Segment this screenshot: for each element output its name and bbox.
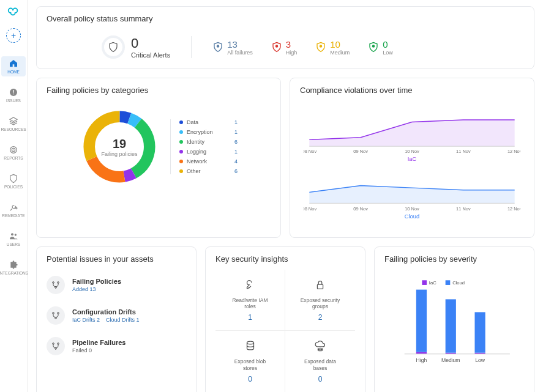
nav-remediate[interactable]: REMEDIATE	[1, 200, 26, 220]
legend-dot-icon	[179, 140, 183, 144]
svg-text:10 Nov: 10 Nov	[405, 149, 419, 154]
legend-value: 1	[234, 119, 238, 125]
stat-count: 13	[227, 39, 253, 50]
legend-other[interactable]: Other6	[179, 168, 238, 174]
svg-point-43	[318, 349, 322, 350]
shield-icon	[102, 35, 125, 59]
nav-home[interactable]: HOME	[1, 56, 26, 76]
legend-logging[interactable]: Logging1	[179, 149, 238, 155]
legend-data[interactable]: Data1	[179, 119, 238, 125]
severity-title: Failing policies by severity	[384, 254, 524, 264]
stat-count: 3	[286, 39, 298, 50]
compliance-card: Compliance violations over time 08 Nov09…	[290, 78, 534, 238]
legend-label: Logging	[187, 149, 234, 155]
issue-configuration-drifts[interactable]: Configuration DriftsIaC Drifts 2 Cloud D…	[47, 300, 186, 331]
issue-title: Pipeline Failures	[72, 339, 125, 346]
svg-point-5	[13, 149, 13, 150]
svg-text:IaC: IaC	[429, 280, 436, 286]
svg-text:11 Nov: 11 Nov	[456, 149, 471, 154]
shield-badge-icon	[271, 42, 282, 53]
nav-users[interactable]: USERS	[1, 229, 26, 249]
nav-resources[interactable]: RESOURCES	[1, 114, 26, 134]
svg-rect-41	[317, 284, 323, 289]
legend-identity[interactable]: Identity6	[179, 139, 238, 145]
stat-medium: 10Medium	[315, 39, 350, 56]
svg-point-38	[53, 343, 54, 345]
add-button[interactable]: +	[6, 28, 21, 43]
stat-all-failures: 13All failures	[212, 39, 253, 56]
insight-key[interactable]: Read/write IAMroles1	[215, 270, 285, 331]
nav-label: USERS	[7, 242, 20, 246]
target-icon	[9, 145, 18, 155]
svg-point-10	[320, 45, 323, 48]
shield-badge-icon	[315, 42, 326, 53]
legend-dot-icon	[179, 150, 183, 153]
svg-point-32	[53, 282, 54, 284]
nav-label: REMEDIATE	[2, 213, 24, 218]
svg-rect-2	[13, 94, 13, 94]
insight-label: Exposed databases	[304, 358, 336, 371]
summary-title: Overall policy status summary	[47, 14, 524, 23]
insight-label: Exposed securitygroups	[301, 297, 340, 309]
insight-value: 1	[248, 313, 252, 322]
insight-cloud-db[interactable]: Exposed databases0	[285, 331, 355, 392]
shield-badge-icon	[212, 42, 223, 53]
svg-point-8	[217, 45, 220, 48]
logo[interactable]	[7, 5, 20, 18]
nav-issues[interactable]: ISSUES	[1, 85, 26, 105]
stat-count: 10	[330, 39, 350, 50]
insight-db[interactable]: Exposed blobstores0	[215, 331, 285, 392]
puzzle-icon	[9, 260, 18, 270]
nav-label: HOME	[7, 70, 20, 74]
svg-point-35	[53, 312, 54, 314]
issue-title: Failing Policies	[72, 278, 121, 285]
legend-value: 4	[234, 158, 238, 165]
svg-text:Medium: Medium	[441, 357, 460, 363]
issue-subtitle: Failed 0	[72, 347, 125, 353]
lock-icon	[313, 278, 327, 294]
issue-failing-policies[interactable]: Failing PoliciesAdded 13	[47, 270, 186, 300]
nav-integrations[interactable]: INTEGRATIONS	[1, 257, 26, 278]
svg-text:Cloud: Cloud	[405, 213, 419, 220]
svg-rect-46	[446, 280, 451, 285]
critical-count: 0	[131, 35, 170, 51]
donut-legend: Data1Encryption1Identity6Logging1Network…	[170, 119, 238, 174]
nav-label: REPORTS	[4, 156, 23, 160]
legend-label: Data	[187, 119, 234, 125]
compliance-title: Compliance violations over time	[300, 86, 524, 95]
insights-card: Key security insights Read/write IAMrole…	[205, 246, 365, 392]
insights-title: Key security insights	[215, 254, 355, 264]
svg-point-9	[275, 45, 278, 48]
legend-label: Network	[187, 158, 234, 165]
donut-center-count: 19	[113, 137, 126, 151]
svg-point-36	[58, 312, 59, 314]
insight-lock[interactable]: Exposed securitygroups2	[285, 270, 355, 331]
severity-card: Failing policies by severity IaCCloudHig…	[374, 246, 534, 392]
svg-point-33	[58, 282, 59, 284]
donut-center-label: Failing policies	[101, 151, 137, 157]
stat-label: All failures	[227, 50, 253, 56]
critical-alerts: 0 Critical Alerts	[102, 35, 170, 59]
svg-text:Cloud: Cloud	[452, 280, 465, 286]
legend-encryption[interactable]: Encryption1	[179, 129, 238, 135]
nav-policies[interactable]: POLICIES	[1, 171, 26, 191]
branch-icon	[47, 337, 65, 355]
insight-label: Read/write IAMroles	[232, 297, 268, 309]
legend-network[interactable]: Network4	[179, 158, 238, 165]
shield-icon	[9, 174, 18, 183]
svg-text:08 Nov: 08 Nov	[304, 206, 316, 212]
svg-text:09 Nov: 09 Nov	[353, 206, 368, 212]
nav-reports[interactable]: REPORTS	[1, 142, 26, 163]
svg-text:12 Nov: 12 Nov	[507, 206, 520, 212]
svg-point-42	[247, 342, 253, 345]
legend-label: Identity	[187, 139, 234, 145]
issue-pipeline-failures[interactable]: Pipeline FailuresFailed 0	[47, 331, 186, 361]
svg-text:10 Nov: 10 Nov	[405, 206, 419, 212]
cloud-db-icon	[313, 339, 327, 355]
svg-point-11	[372, 45, 375, 48]
nav-label: POLICIES	[4, 185, 23, 189]
nav-label: RESOURCES	[1, 127, 26, 131]
home-icon	[9, 59, 18, 68]
svg-rect-1	[13, 90, 13, 93]
issue-subtitle: IaC Drifts 2 Cloud Drifts 1	[72, 317, 140, 323]
